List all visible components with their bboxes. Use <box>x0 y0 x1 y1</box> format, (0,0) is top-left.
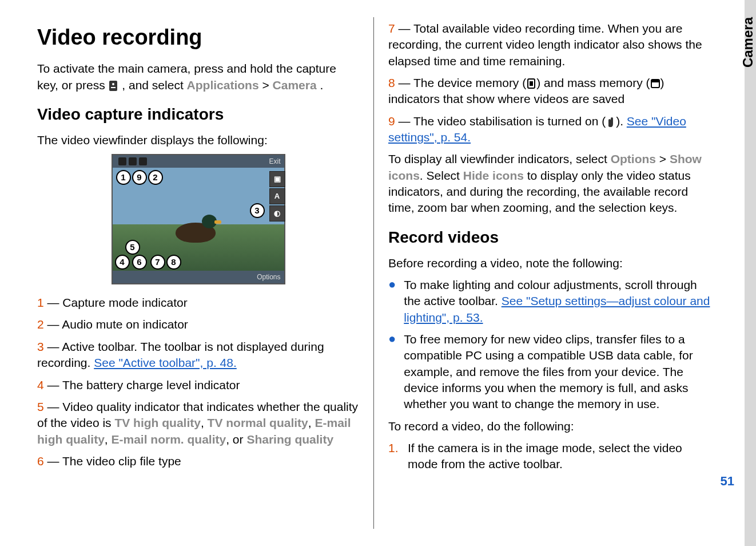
indicator-2: 2 — Audio mute on indicator <box>37 316 359 333</box>
callout-3: 3 <box>250 203 265 218</box>
stabilisation-icon <box>129 157 137 165</box>
callout-9: 9 <box>132 170 147 185</box>
intro-period: . <box>320 78 323 92</box>
bullet-icon: ● <box>388 277 396 326</box>
screenshot-top-bar: Exit <box>113 155 284 168</box>
indicator-7: 7 — Total available video recording time… <box>388 21 710 69</box>
heading-record-videos: Record videos <box>388 227 710 248</box>
svg-point-1 <box>112 83 114 85</box>
record-pre: Before recording a video, note the follo… <box>388 255 710 271</box>
screenshot-exit-label: Exit <box>269 157 280 166</box>
ref-4-text: — The battery charge level indicator <box>44 378 240 391</box>
label-tv-high: TV high quality <box>114 416 201 429</box>
indicator-9: 9 — The video stabilisation is turned on… <box>388 113 710 146</box>
page-number: 51 <box>721 474 734 489</box>
ref-2: 2 <box>37 318 44 331</box>
ref-7: 7 <box>388 22 395 35</box>
label-camera: Camera <box>273 78 317 92</box>
ref-8-text-a: — The device memory ( <box>395 76 527 89</box>
viewfinder-options-paragraph: To display all viewfinder indicators, se… <box>388 151 710 216</box>
callout-1: 1 <box>116 170 131 185</box>
para1-c: > <box>656 152 670 165</box>
sep2: , <box>308 416 315 429</box>
bullet-2-text: To free memory for new video clips, tran… <box>404 331 710 413</box>
list-item: 1. If the camera is in the image mode, s… <box>388 440 710 473</box>
callout-7: 7 <box>150 255 165 270</box>
intro-text-b: , and select <box>122 78 186 92</box>
sep1: , <box>201 416 208 429</box>
svg-rect-4 <box>530 81 533 86</box>
viewfinder-screenshot: Exit ▣ A ◐ 1 9 2 3 5 4 6 7 8 <box>112 154 285 284</box>
ref-2-text: — Audio mute on indicator <box>44 318 188 331</box>
screenshot-bottom-bar: Options <box>113 271 284 283</box>
toolbar-icon-1: ▣ <box>269 171 285 187</box>
record-intro: To record a video, do the following: <box>388 418 710 434</box>
capture-mode-icon <box>118 157 126 165</box>
callout-2: 2 <box>148 170 163 185</box>
device-memory-icon <box>526 77 536 90</box>
para1-e: . Select <box>420 169 463 182</box>
callout-6: 6 <box>132 255 147 270</box>
stabilisation-hand-icon <box>606 116 616 128</box>
label-tv-normal: TV normal quality <box>208 416 308 429</box>
intro-paragraph: To activate the main camera, press and h… <box>37 61 359 93</box>
ref-4: 4 <box>37 378 44 391</box>
indicator-3: 3 — Active toolbar. The toolbar is not d… <box>37 339 359 371</box>
indicator-4: 4 — The battery charge level indicator <box>37 377 359 393</box>
bullet-icon: ● <box>388 331 396 413</box>
ref-7-text: — Total available video recording time. … <box>388 22 702 68</box>
sep4: , or <box>226 433 246 446</box>
page-margin-bar <box>745 0 756 546</box>
ref-9-text-b: ). <box>616 114 627 128</box>
indicator-1: 1 — Capture mode indicator <box>37 295 359 311</box>
label-options: Options <box>611 152 656 165</box>
screenshot-options-label: Options <box>257 272 280 282</box>
ref-9: 9 <box>388 114 395 128</box>
ref-9-text-a: — The video stabilisation is turned on ( <box>395 114 606 128</box>
svg-rect-0 <box>109 81 117 91</box>
toolbar-icon-2: ◐ <box>269 205 285 221</box>
record-steps-list: 1. If the camera is in the image mode, s… <box>388 440 710 473</box>
link-active-toolbar[interactable]: See "Active toolbar", p. 48. <box>94 356 237 369</box>
label-hide-icons: Hide icons <box>463 169 524 182</box>
left-column: Video recording To activate the main cam… <box>29 17 374 529</box>
step-1-number: 1. <box>388 440 401 473</box>
ref-6-text: — The video clip file type <box>44 454 181 468</box>
screenshot-active-toolbar: ▣ A ◐ <box>269 171 284 221</box>
para1-a: To display all viewfinder indicators, se… <box>388 152 611 165</box>
menu-key-icon <box>108 80 118 92</box>
label-email-norm: E-mail norm. quality <box>112 433 226 446</box>
list-item: ● To make lighting and colour adjustment… <box>388 277 710 326</box>
svg-rect-6 <box>651 80 659 82</box>
ref-8-text-b: ) and mass memory ( <box>536 76 650 89</box>
ref-1-text: — Capture mode indicator <box>44 296 188 309</box>
intro-separator: > <box>262 78 272 92</box>
ref-1: 1 <box>37 296 44 309</box>
indicator-8: 8 — The device memory () and mass memory… <box>388 75 710 108</box>
sep3: , <box>105 433 112 446</box>
heading-video-recording: Video recording <box>37 23 359 52</box>
label-sharing: Sharing quality <box>246 433 333 446</box>
record-notes-list: ● To make lighting and colour adjustment… <box>388 277 710 413</box>
viewfinder-intro: The video viewfinder displays the follow… <box>37 132 359 148</box>
toolbar-icon-a: A <box>269 188 285 204</box>
heading-video-capture-indicators: Video capture indicators <box>37 104 359 125</box>
screenshot-scene: ▣ A ◐ 1 9 2 3 5 4 6 7 8 <box>113 168 284 271</box>
ref-6: 6 <box>37 454 44 468</box>
section-tab: Camera <box>740 17 756 68</box>
indicator-6: 6 — The video clip file type <box>37 453 359 469</box>
step-1-text: If the camera is in the image mode, sele… <box>408 440 710 473</box>
bullet-1-content: To make lighting and colour adjustments,… <box>404 277 710 326</box>
mute-icon <box>139 157 147 165</box>
indicator-5: 5 — Video quality indicator that indicat… <box>37 399 359 448</box>
label-applications: Applications <box>187 78 259 92</box>
callout-8: 8 <box>166 255 181 270</box>
callout-4: 4 <box>115 255 130 270</box>
right-column: 7 — Total available video recording time… <box>374 17 733 529</box>
mass-memory-icon <box>650 77 660 90</box>
ref-8: 8 <box>388 76 395 89</box>
screenshot-status-icons <box>116 157 147 165</box>
callout-5: 5 <box>125 240 140 255</box>
ref-5: 5 <box>37 400 44 413</box>
page-content: Video recording To activate the main cam… <box>0 0 756 546</box>
